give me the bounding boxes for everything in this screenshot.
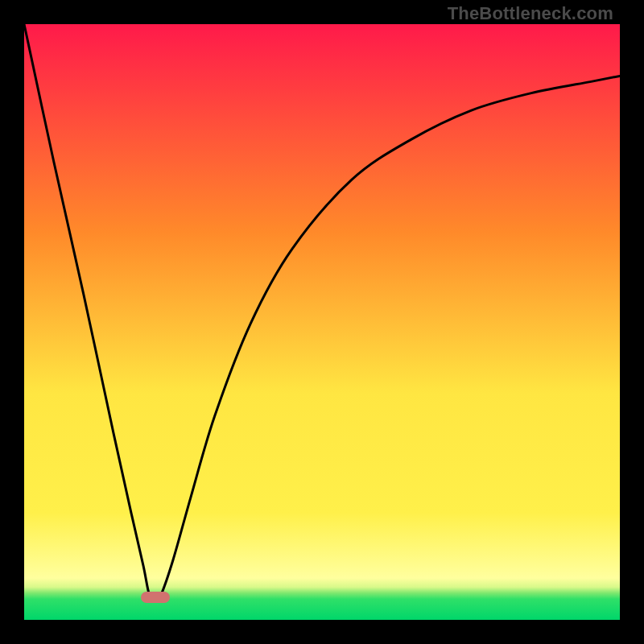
watermark-text: TheBottleneck.com xyxy=(448,3,613,24)
bottleneck-curve xyxy=(24,24,620,601)
plot-area xyxy=(24,24,620,620)
optimal-point-marker xyxy=(141,592,170,603)
chart-frame xyxy=(24,24,620,620)
bottleneck-curve-svg xyxy=(24,24,620,620)
